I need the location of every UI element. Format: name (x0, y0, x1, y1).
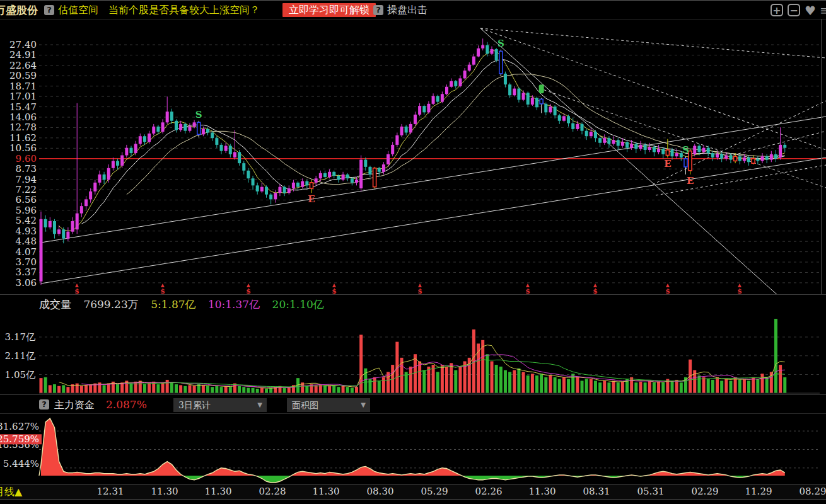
help-icon[interactable]: ? (44, 5, 54, 15)
svg-text:9.60: 9.60 (16, 153, 37, 164)
date-tick-label: 02.28 (259, 484, 286, 499)
menu-item-trade-attack[interactable]: 操盘出击 (387, 1, 428, 20)
date-tick-label: 11.30 (151, 484, 178, 499)
svg-text:8.73: 8.73 (16, 163, 37, 175)
volume-label: 成交量 (39, 298, 71, 311)
fund-area-positive (39, 418, 785, 483)
svg-text:$: $ (246, 287, 251, 294)
menu-item-estimate-space[interactable]: 估值空间 (58, 1, 98, 20)
svg-text:E: E (664, 158, 671, 169)
svg-text:3.70: 3.70 (16, 256, 37, 268)
svg-text:$: $ (737, 287, 742, 294)
svg-text:5.444%: 5.444% (3, 458, 39, 469)
volume-ma20-label: 20:1.10亿 (272, 298, 324, 311)
volume-bars[interactable] (40, 319, 787, 393)
svg-text:1.05亿: 1.05亿 (5, 369, 35, 381)
svg-text:$: $ (665, 287, 670, 294)
stock-name: 万盛股份 (0, 1, 38, 20)
price-gridlines (39, 45, 820, 283)
zoom-in-icon[interactable]: + (771, 4, 783, 16)
date-tick-label: 11.30 (313, 484, 340, 499)
promo-question-text: 当前个股是否具备较大上涨空间？ (108, 1, 260, 20)
date-tick-label: 11.30 (529, 484, 556, 499)
svg-text:4.48: 4.48 (16, 236, 37, 247)
svg-text:22.64: 22.64 (9, 60, 37, 71)
svg-text:$: $ (525, 287, 530, 294)
volume-ma5-label: 5:1.87亿 (151, 298, 195, 311)
date-tick-label: 11.30 (205, 484, 232, 499)
svg-text:5.42: 5.42 (16, 215, 37, 226)
trend-lines (41, 28, 826, 294)
signal-markers: SSSEEE (195, 38, 694, 205)
stock-app-window: 万盛股份 ? 估值空间 当前个股是否具备较大上涨空间？ 立即学习即可解锁 ? 操… (0, 0, 826, 504)
chart-type-dropdown-value: 面积图 (292, 400, 318, 410)
divider (0, 394, 826, 395)
svg-text:10.56: 10.56 (9, 142, 37, 154)
svg-text:7.94: 7.94 (16, 174, 37, 185)
volume-bar-chart[interactable]: 3.17亿2.11亿1.05亿 (0, 312, 826, 394)
date-tick-label: 11.29 (745, 484, 772, 499)
favorite-heart-icon[interactable]: ♥ (805, 3, 816, 18)
dividend-event-marks: $$$$$$$$$ (74, 284, 742, 294)
svg-text:S: S (195, 109, 202, 120)
date-tick-label: 02.29 (692, 484, 719, 499)
date-axis[interactable]: 月线▲ 12.3111.3011.3002.2811.3008.3005.290… (0, 484, 826, 500)
svg-text:11.62: 11.62 (9, 132, 37, 144)
fund-flow-label: 主力资金 (54, 396, 95, 413)
svg-text:3.37: 3.37 (16, 266, 37, 278)
svg-text:25.759%: 25.759% (0, 433, 39, 445)
date-tick-label: 12.31 (97, 484, 124, 499)
fund-flow-area-chart[interactable]: 31.627%18.536%5.444% 25.759% (0, 415, 826, 484)
svg-text:7.22: 7.22 (16, 184, 37, 195)
svg-text:3.17亿: 3.17亿 (5, 331, 35, 343)
svg-text:12.78: 12.78 (9, 122, 37, 133)
svg-text:S: S (682, 144, 689, 156)
period-axis-label[interactable]: 月线▲ (0, 484, 22, 499)
svg-text:3.06: 3.06 (16, 277, 37, 289)
fund-current-badge: 25.759% (0, 433, 42, 445)
svg-text:4.07: 4.07 (16, 246, 37, 258)
divider (0, 413, 826, 414)
svg-text:18.71: 18.71 (9, 81, 37, 92)
svg-text:$: $ (160, 287, 165, 294)
date-tick-label: 02.26 (475, 484, 503, 499)
menu-list-icon[interactable]: ≡ (820, 3, 826, 17)
chevron-down-icon: ▼ (361, 398, 366, 412)
svg-text:27.40: 27.40 (9, 39, 37, 50)
svg-text:$: $ (593, 287, 598, 294)
svg-text:E: E (687, 175, 694, 186)
svg-text:2.11亿: 2.11亿 (5, 350, 35, 362)
date-tick-label: 08.29 (800, 484, 826, 499)
unlock-learn-button[interactable]: 立即学习即可解锁 (282, 3, 376, 17)
period-dropdown[interactable]: 3日累计 ▼ (173, 398, 267, 412)
date-tick-label: 05.29 (421, 484, 448, 499)
svg-text:24.91: 24.91 (9, 49, 37, 60)
chevron-down-icon: ▼ (257, 398, 262, 412)
fund-gridlines: 31.627%18.536%5.444% (0, 421, 820, 469)
svg-text:$: $ (417, 287, 422, 294)
zoom-out-icon[interactable]: − (788, 4, 800, 16)
help-icon[interactable]: ? (39, 399, 49, 410)
top-toolbar: 万盛股份 ? 估值空间 当前个股是否具备较大上涨空间？ 立即学习即可解锁 ? 操… (0, 0, 826, 20)
svg-text:15.47: 15.47 (9, 101, 37, 113)
period-dropdown-value: 3日累计 (178, 400, 211, 410)
price-tick-labels: 27.4024.9122.6420.5918.7117.0115.4714.06… (9, 39, 37, 289)
volume-value: 7699.23万 (83, 298, 138, 311)
candles[interactable] (40, 38, 787, 285)
svg-text:31.627%: 31.627% (0, 421, 39, 432)
svg-text:5.96: 5.96 (16, 205, 37, 216)
svg-text:20.59: 20.59 (9, 70, 37, 81)
volume-header: 成交量 7699.23万 5:1.87亿 10:1.37亿 20:1.10亿 (39, 295, 333, 314)
date-tick-label: 05.31 (637, 484, 665, 499)
svg-text:17.01: 17.01 (9, 91, 37, 102)
help-icon[interactable]: ? (373, 5, 383, 15)
chart-type-dropdown[interactable]: 面积图 ▼ (287, 398, 370, 412)
fund-flow-value: 2.087% (106, 396, 147, 413)
svg-text:S: S (497, 38, 504, 49)
main-candlestick-chart[interactable]: 27.4024.9122.6420.5918.7117.0115.4714.06… (0, 19, 826, 294)
date-tick-label: 08.31 (583, 484, 610, 499)
svg-text:6.56: 6.56 (16, 194, 37, 205)
svg-text:E: E (308, 193, 315, 205)
svg-text:$: $ (332, 287, 337, 294)
volume-ma10-label: 10:1.37亿 (208, 298, 260, 311)
